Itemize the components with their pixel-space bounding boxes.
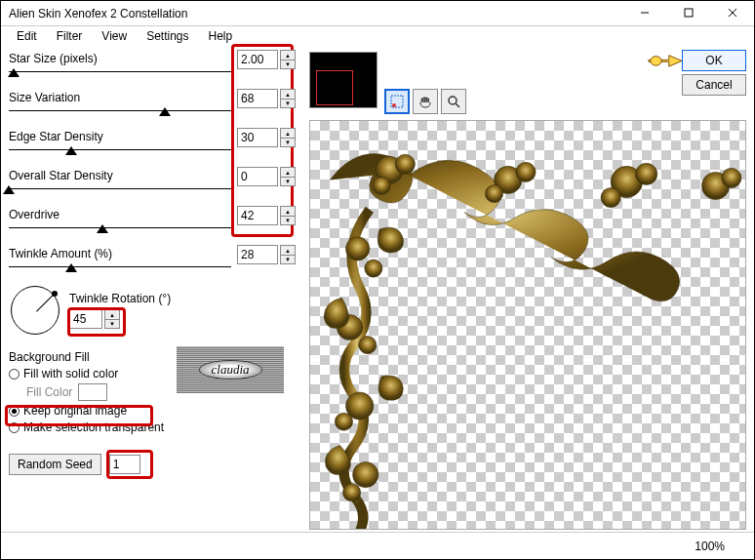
slider-twinkle-amount[interactable] — [9, 266, 231, 278]
svg-point-14 — [485, 184, 502, 202]
row-twinkle-rotation: Twinkle Rotation (°) ▲▼ — [9, 286, 299, 335]
spin-up[interactable]: ▲ — [280, 167, 296, 177]
menu-settings[interactable]: Settings — [137, 27, 198, 45]
marquee-tool-icon[interactable] — [384, 89, 410, 114]
radio-make-transparent[interactable]: Make selection transparent — [9, 420, 299, 434]
close-button[interactable] — [710, 1, 754, 24]
svg-point-26 — [353, 462, 378, 488]
input-twinkle-rotation[interactable] — [69, 309, 102, 329]
parameter-panel: Star Size (pixels) ▲▼ Size Variation ▲▼ … — [1, 46, 303, 532]
label-bg-fill: Background Fill — [9, 350, 299, 364]
svg-line-8 — [456, 103, 459, 107]
menubar: Edit Filter View Settings Help — [1, 26, 754, 46]
radio-fill-solid[interactable]: Fill with solid color — [9, 367, 299, 380]
svg-point-4 — [651, 57, 661, 65]
preview-canvas[interactable] — [309, 120, 746, 530]
ok-cancel-group: OK Cancel — [682, 50, 746, 96]
hand-tool-icon[interactable] — [413, 89, 438, 114]
slider-star-size[interactable] — [9, 71, 231, 83]
ok-button[interactable]: OK — [682, 50, 746, 71]
fill-color-row: Fill Color — [26, 383, 299, 401]
zoom-level: 100% — [695, 540, 725, 553]
spin-up[interactable]: ▲ — [280, 245, 296, 255]
spin-down[interactable]: ▼ — [280, 216, 296, 225]
svg-point-10 — [395, 154, 415, 174]
spin-up[interactable]: ▲ — [104, 309, 120, 319]
svg-point-20 — [345, 237, 369, 260]
cancel-button[interactable]: Cancel — [682, 74, 746, 96]
label-twinkle-rotation: Twinkle Rotation (°) — [69, 292, 171, 305]
svg-point-7 — [449, 97, 457, 104]
slider-edge-density[interactable] — [9, 149, 231, 161]
main-area: Star Size (pixels) ▲▼ Size Variation ▲▼ … — [1, 46, 754, 532]
spin-down[interactable]: ▼ — [104, 319, 120, 329]
spin-down[interactable]: ▼ — [280, 255, 296, 264]
svg-point-17 — [601, 187, 620, 207]
random-seed-button[interactable]: Random Seed — [9, 454, 101, 475]
spin-up[interactable]: ▲ — [280, 206, 296, 216]
row-star-size: Star Size (pixels) ▲▼ — [9, 52, 299, 83]
spin-down[interactable]: ▼ — [280, 99, 296, 108]
svg-point-11 — [373, 177, 390, 194]
row-overdrive: Overdrive ▲▼ — [9, 208, 299, 239]
right-pane: OK Cancel — [303, 46, 754, 532]
slider-size-variation[interactable] — [9, 110, 231, 122]
svg-point-13 — [516, 162, 536, 181]
rotation-dial[interactable] — [11, 286, 60, 335]
spin-down[interactable]: ▼ — [280, 138, 296, 147]
input-edge-density[interactable] — [237, 128, 278, 147]
fill-color-swatch[interactable] — [78, 383, 107, 401]
menu-help[interactable]: Help — [199, 27, 243, 45]
label-fill-color: Fill Color — [26, 385, 72, 399]
pointing-hand-icon — [647, 50, 684, 71]
svg-point-19 — [722, 168, 741, 187]
maximize-button[interactable] — [666, 1, 710, 24]
input-twinkle-amount[interactable] — [237, 245, 278, 264]
spin-up[interactable]: ▲ — [280, 50, 296, 60]
input-random-seed[interactable] — [109, 455, 140, 474]
spin-up[interactable]: ▲ — [280, 89, 296, 99]
titlebar: Alien Skin Xenofex 2 Constellation — [1, 1, 754, 26]
window-buttons — [622, 1, 754, 26]
row-random-seed: Random Seed — [9, 454, 299, 475]
row-size-variation: Size Variation ▲▼ — [9, 91, 299, 122]
spin-down[interactable]: ▼ — [280, 60, 296, 69]
row-overall-density: Overall Star Density ▲▼ — [9, 169, 299, 200]
svg-rect-1 — [685, 9, 693, 17]
preview-toolbar — [384, 89, 466, 114]
window-title: Alien Skin Xenofex 2 Constellation — [9, 7, 622, 20]
input-size-variation[interactable] — [237, 89, 278, 108]
input-overall-density[interactable] — [237, 167, 278, 186]
spin-up[interactable]: ▲ — [280, 128, 296, 138]
input-overdrive[interactable] — [237, 206, 278, 225]
background-fill-group: Background Fill Fill with solid color Fi… — [9, 350, 299, 434]
svg-point-6 — [392, 103, 396, 107]
navigator-thumbnail[interactable] — [309, 52, 378, 108]
spin-down[interactable]: ▼ — [280, 177, 296, 186]
input-star-size[interactable] — [237, 50, 278, 69]
menu-filter[interactable]: Filter — [47, 27, 93, 45]
status-bar: 100% — [1, 532, 754, 559]
menu-edit[interactable]: Edit — [7, 27, 47, 45]
svg-point-21 — [365, 260, 382, 277]
row-twinkle-amount: Twinkle Amount (%) ▲▼ — [9, 247, 299, 278]
slider-overall-density[interactable] — [9, 188, 231, 200]
svg-point-27 — [342, 484, 360, 501]
svg-point-16 — [635, 163, 656, 184]
row-edge-density: Edge Star Density ▲▼ — [9, 130, 299, 161]
zoom-tool-icon[interactable] — [441, 89, 466, 114]
svg-point-25 — [335, 413, 352, 430]
minimize-button[interactable] — [622, 1, 666, 24]
slider-overdrive[interactable] — [9, 227, 231, 239]
menu-view[interactable]: View — [92, 27, 137, 45]
svg-point-23 — [359, 337, 377, 354]
radio-keep-original[interactable]: Keep original image — [9, 404, 299, 418]
